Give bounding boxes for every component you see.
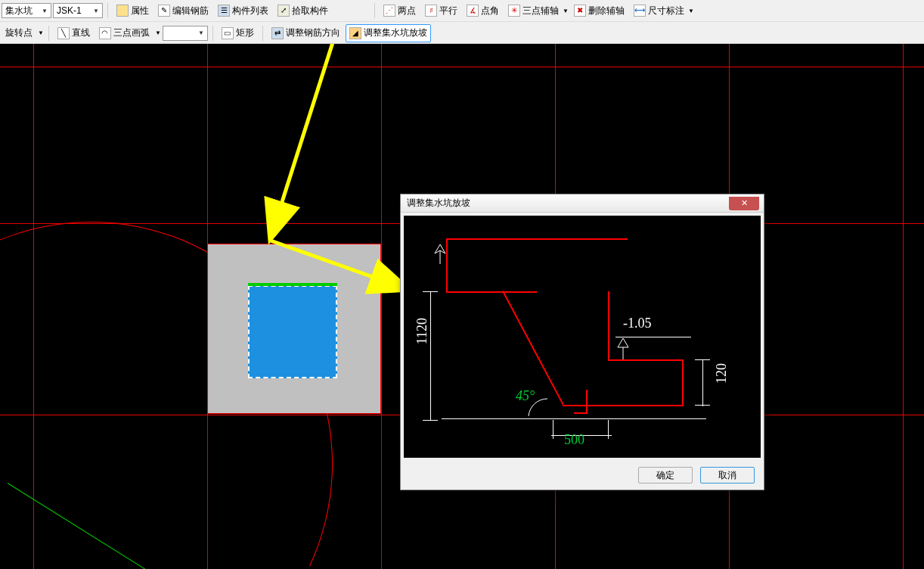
dim-right-label[interactable]: 120 (714, 363, 730, 384)
rebar-icon: ✎ (158, 5, 170, 17)
three-point-arc-button[interactable]: ◠ 三点画弧 (95, 24, 153, 42)
component-name-dropdown[interactable]: JSK-1 ▼ (53, 3, 103, 18)
dim-elevation-label[interactable]: -1.05 (623, 316, 652, 331)
dimension-tick (423, 420, 438, 421)
pick-icon: ⤢ (278, 5, 290, 17)
dimension-tick (553, 420, 553, 439)
chevron-down-icon[interactable]: ▼ (155, 30, 161, 36)
button-label: 属性 (131, 5, 149, 17)
parallel-icon: ♯ (425, 5, 437, 17)
grid-line (381, 44, 382, 569)
diagram-segment (446, 238, 628, 240)
parallel-button[interactable]: ♯ 平行 (421, 2, 461, 20)
separator (107, 3, 108, 18)
diagram-segment (608, 291, 609, 361)
dropdown-label: JSK-1 (57, 5, 82, 16)
attributes-button[interactable]: 属性 (113, 2, 153, 20)
arc-icon: ◠ (99, 27, 111, 39)
button-label: 尺寸标注 (648, 5, 684, 17)
dialog-title: 调整集水坑放坡 (407, 197, 470, 210)
list-icon: ☰ (218, 5, 230, 17)
close-icon: ✕ (741, 198, 748, 208)
delete-axis-icon: ✖ (574, 5, 586, 17)
value-dropdown[interactable]: ▼ (163, 26, 208, 41)
button-label: 两点 (398, 5, 416, 17)
diagram-segment (563, 405, 684, 406)
button-label: 调整集水坑放坡 (364, 26, 427, 39)
slope-diagram[interactable]: 1120 500 45° 120 -1.05 (404, 216, 761, 458)
dialog-footer: 确定 取消 (401, 461, 764, 490)
dimension-tick (695, 359, 710, 360)
sump-selection[interactable] (248, 285, 337, 378)
elevation-marker-icon (615, 338, 631, 361)
separator (262, 26, 263, 41)
dim-bottom-label[interactable]: 500 (564, 432, 584, 448)
arrow-icon (433, 243, 448, 266)
attributes-icon (116, 5, 129, 17)
pick-component-button[interactable]: ⤢ 拾取构件 (274, 2, 332, 20)
dimension-button[interactable]: ⟷ 尺寸标注 (630, 2, 688, 20)
adjust-sump-slope-button[interactable]: ◢ 调整集水坑放坡 (346, 24, 431, 42)
diagram-segment (446, 291, 537, 293)
dimension-tick (695, 405, 710, 406)
component-list-button[interactable]: ☰ 构件列表 (214, 2, 272, 20)
toolbar-row-2: 旋转点 ▼ ╲ 直线 ◠ 三点画弧 ▼ ▼ ▭ 矩形 ⇄ 调整钢筋方向 ◢ 调整… (0, 22, 924, 44)
cancel-button[interactable]: 取消 (700, 467, 755, 483)
grid-line (903, 44, 904, 569)
component-type-dropdown[interactable]: 集水坑 ▼ (2, 3, 51, 18)
button-label: 直线 (72, 26, 90, 39)
button-label: 点角 (481, 5, 499, 17)
button-label: 调整钢筋方向 (286, 26, 340, 39)
three-point-axis-button[interactable]: ✳ 三点辅轴 (504, 2, 563, 20)
diagram-segment (586, 390, 588, 414)
rect-button[interactable]: ▭ 矩形 (218, 24, 258, 42)
chevron-down-icon: ▼ (42, 8, 48, 14)
chevron-down-icon[interactable]: ▼ (563, 8, 569, 14)
line-button[interactable]: ╲ 直线 (54, 24, 94, 42)
rebar-dir-icon: ⇄ (271, 27, 284, 39)
three-point-axis-icon: ✳ (508, 5, 520, 17)
ok-button[interactable]: 确定 (638, 467, 693, 483)
dimension-tick (608, 420, 609, 439)
close-button[interactable]: ✕ (729, 197, 759, 210)
line-icon: ╲ (57, 27, 70, 39)
dialog-titlebar[interactable]: 调整集水坑放坡 ✕ (401, 194, 764, 213)
dialog-body: 1120 500 45° 120 -1.05 (401, 213, 764, 461)
chevron-down-icon: ▼ (198, 30, 204, 36)
separator (212, 26, 213, 41)
dimension-line (442, 418, 706, 419)
button-label: 矩形 (236, 26, 254, 39)
dimension-line (430, 291, 431, 420)
grid-line (0, 67, 924, 67)
point-angle-button[interactable]: ∡ 点角 (463, 2, 503, 20)
angle-icon: ∡ (467, 5, 479, 17)
dim-angle-label[interactable]: 45° (516, 388, 535, 404)
chevron-down-icon[interactable]: ▼ (38, 30, 44, 36)
button-label: 拾取构件 (292, 5, 328, 17)
dimension-line (702, 359, 703, 406)
separator (374, 3, 375, 18)
button-label: 编辑钢筋 (172, 5, 209, 17)
adjust-sump-slope-dialog: 调整集水坑放坡 ✕ (400, 194, 764, 490)
toolbar-row-1: 集水坑 ▼ JSK-1 ▼ 属性 ✎ 编辑钢筋 ☰ 构件列表 ⤢ 拾取构件 ⋰ … (0, 0, 924, 22)
edit-rebar-button[interactable]: ✎ 编辑钢筋 (154, 2, 212, 20)
rotate-point-button[interactable]: 旋转点 (2, 24, 36, 42)
chevron-down-icon[interactable]: ▼ (688, 8, 694, 14)
delete-axis-button[interactable]: ✖ 删除辅轴 (570, 2, 628, 20)
slope-icon: ◢ (349, 27, 361, 39)
adjust-rebar-dir-button[interactable]: ⇄ 调整钢筋方向 (268, 24, 344, 42)
dim-height-label[interactable]: 1120 (414, 318, 430, 344)
two-point-button[interactable]: ⋰ 两点 (380, 2, 420, 20)
toolbar: 集水坑 ▼ JSK-1 ▼ 属性 ✎ 编辑钢筋 ☰ 构件列表 ⤢ 拾取构件 ⋰ … (0, 0, 924, 44)
button-label: 三点画弧 (113, 26, 150, 39)
two-point-icon: ⋰ (383, 5, 395, 17)
elevation-line (615, 337, 691, 337)
rect-icon: ▭ (222, 27, 234, 39)
button-label: 删除辅轴 (588, 5, 625, 17)
button-label: 旋转点 (5, 26, 33, 39)
dimension-icon: ⟷ (634, 5, 646, 17)
button-label: 三点辅轴 (522, 5, 559, 17)
button-label: 平行 (439, 5, 457, 17)
selected-edge[interactable] (248, 283, 337, 286)
chevron-down-icon: ▼ (93, 8, 99, 14)
